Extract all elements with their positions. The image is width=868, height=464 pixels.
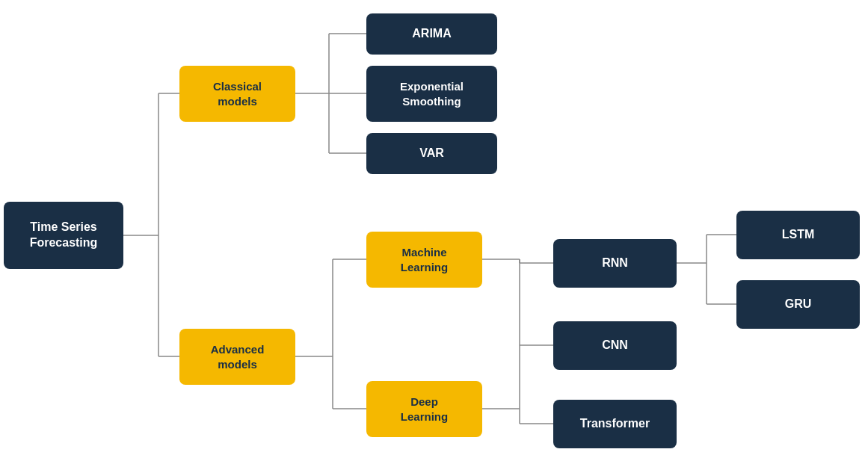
tsf-label: Time Series Forecasting <box>30 220 98 251</box>
arima-label: ARIMA <box>412 26 451 42</box>
cnn-node: CNN <box>553 321 677 370</box>
classical-node: Classical models <box>179 66 295 122</box>
dl-label: Deep Learning <box>401 395 448 424</box>
advanced-node: Advanced models <box>179 329 295 385</box>
gru-node: GRU <box>736 280 860 329</box>
rnn-label: RNN <box>602 256 628 271</box>
exp-label: Exponential Smoothing <box>400 79 464 108</box>
lstm-label: LSTM <box>782 227 815 243</box>
rnn-node: RNN <box>553 239 677 288</box>
dl-node: Deep Learning <box>366 381 482 437</box>
ml-label: Machine Learning <box>401 245 448 274</box>
cnn-label: CNN <box>602 338 628 353</box>
gru-label: GRU <box>785 297 812 312</box>
var-label: VAR <box>419 146 444 161</box>
exp-smoothing-node: Exponential Smoothing <box>366 66 497 122</box>
advanced-label: Advanced models <box>211 342 265 371</box>
diagram-container: Time Series Forecasting Classical models… <box>0 0 868 464</box>
transformer-label: Transformer <box>580 416 650 432</box>
transformer-node: Transformer <box>553 400 677 448</box>
classical-label: Classical models <box>213 79 262 108</box>
var-node: VAR <box>366 133 497 174</box>
lstm-node: LSTM <box>736 211 860 259</box>
ml-node: Machine Learning <box>366 232 482 288</box>
tsf-node: Time Series Forecasting <box>4 202 123 269</box>
arima-node: ARIMA <box>366 13 497 55</box>
